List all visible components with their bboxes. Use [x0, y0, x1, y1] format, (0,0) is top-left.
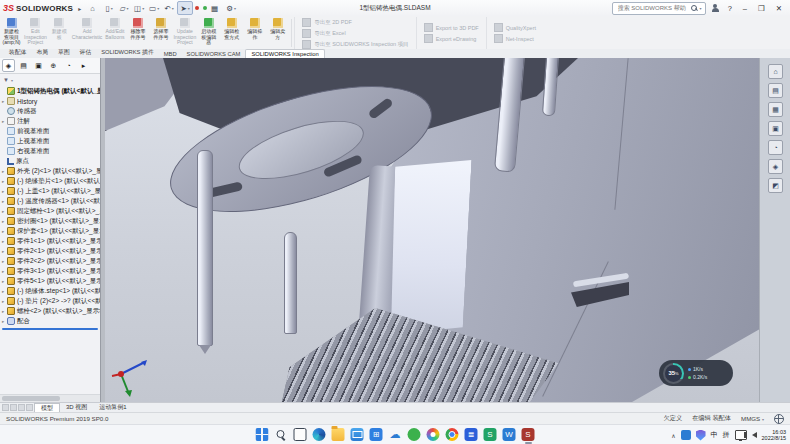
ribbon-export-item[interactable]: Export eDrawing	[424, 34, 479, 43]
tree-item[interactable]: ▸ 零件1<1> (默认<<默认>_显示状态	[0, 236, 100, 246]
task-view-icon[interactable]	[294, 428, 307, 441]
tree-item[interactable]: ▸ History	[0, 96, 100, 106]
command-tab[interactable]: 布局	[31, 47, 53, 58]
ime-language-indicator[interactable]: 中	[711, 430, 718, 440]
ribbon-export-item[interactable]: 导出至 2D PDF	[302, 18, 408, 27]
tree-item[interactable]: ▸ 零件5<1> (默认<<默认>_显示状	[0, 276, 100, 286]
tree-item[interactable]: ▸ (-) 绝缘体.step<1> (默认<<默认>	[0, 286, 100, 296]
command-tab[interactable]: 评估	[75, 47, 97, 58]
tree-item[interactable]: ▸ 配合	[0, 316, 100, 326]
units-selector[interactable]: MMGS ▾	[741, 415, 764, 422]
tree-item[interactable]: ▸ (-) 上盖<1> (默认<<默认>_显示状	[0, 186, 100, 196]
edge-icon[interactable]	[313, 428, 326, 441]
browser-360-icon[interactable]	[427, 428, 440, 441]
new-file-icon[interactable]: ▯ ▾	[102, 2, 116, 14]
search-box[interactable]: ▾	[612, 2, 706, 15]
tab-scroll-button[interactable]	[2, 404, 9, 411]
tree-item[interactable]: ▸ 注解	[0, 116, 100, 126]
document-tab[interactable]: 3D 视图	[60, 403, 93, 413]
ribbon-button[interactable]: 编辑检 查方式	[220, 17, 243, 49]
tree-item[interactable]: ▸ (-) 绝缘垫片<1> (默认<<默认>_显	[0, 176, 100, 186]
tree-item[interactable]: ▸ (-) 垫片 (2)<2> ->? (默认<<默认>	[0, 296, 100, 306]
minimize-button[interactable]: –	[740, 4, 750, 13]
command-tab[interactable]: SOLIDWORKS Inspection	[245, 49, 324, 58]
tab-scroll-button[interactable]	[18, 404, 25, 411]
tab-scroll-button[interactable]	[26, 404, 33, 411]
ribbon-export-item[interactable]: Export to 3D PDF	[424, 23, 479, 32]
command-tab[interactable]: SOLIDWORKS 插件	[96, 47, 159, 58]
ribbon-button[interactable]: Edit Inspection Project	[23, 17, 48, 49]
document-tab[interactable]: 模型	[34, 403, 60, 413]
file-explorer-icon[interactable]	[332, 428, 345, 441]
green-app-icon[interactable]	[408, 428, 421, 441]
clock[interactable]: 16:03 2022/8/15	[762, 429, 786, 441]
select-cursor-icon[interactable]: ➤ ▾	[177, 1, 193, 15]
view-palette-icon[interactable]: ▣	[768, 121, 783, 136]
display-grid-icon[interactable]: ▦ ▾	[209, 2, 223, 14]
filter-caret-icon[interactable]: ▾	[11, 78, 13, 83]
ribbon-button[interactable]: Add/Edit Balloons	[103, 17, 126, 49]
speaker-icon[interactable]	[752, 432, 757, 438]
help-button[interactable]: ?	[725, 4, 735, 13]
tab-overflow-icon[interactable]: ▸	[77, 59, 90, 72]
home-icon[interactable]: ⌂	[768, 64, 783, 79]
propertymanager-tab-icon[interactable]: ▤	[17, 59, 30, 72]
tree-item[interactable]: ▸ 零件2<1> (默认<<默认>_显示状	[0, 246, 100, 256]
ribbon-button[interactable]: 编辑卖 方	[266, 17, 289, 49]
chrome-icon[interactable]	[446, 428, 459, 441]
ribbon-button[interactable]: 编辑操 作	[243, 17, 266, 49]
solidworks-taskbar-icon[interactable]: S	[522, 428, 535, 441]
mail-icon[interactable]	[351, 428, 364, 441]
tree-item[interactable]: ▸ 保护套<1> (默认<<默认>_显示状	[0, 226, 100, 236]
ribbon-button[interactable]: 移除零 件序号	[126, 17, 149, 49]
tree-root-item[interactable]: 1型铝铸热电偶 (默认<默认_显示状态-1	[0, 86, 100, 96]
close-button[interactable]: ✕	[773, 4, 785, 13]
ribbon-export-item[interactable]: 导出至 Excel	[302, 29, 408, 38]
ribbon-button[interactable]: 新建模 板	[48, 17, 71, 49]
tab-scroll-button[interactable]	[10, 404, 17, 411]
ribbon-button[interactable]: 新建检 查项目 (amp;N)	[0, 17, 23, 49]
command-tab[interactable]: 草图	[53, 47, 75, 58]
ribbon-button[interactable]: 启动模 板编辑 器	[197, 17, 220, 49]
tree-item[interactable]: ▸ 右视基准面	[0, 146, 100, 156]
restore-button[interactable]: ❐	[755, 4, 768, 13]
forum-icon[interactable]: ◩	[768, 178, 783, 193]
security-shield-icon[interactable]	[696, 430, 706, 441]
tray-chevron-icon[interactable]: ∧	[671, 432, 675, 439]
tray-app-icon[interactable]	[681, 430, 691, 440]
command-tab[interactable]: MBD	[159, 50, 182, 58]
featuremanager-tab-icon[interactable]: ◈	[2, 59, 15, 72]
command-tab[interactable]: SOLIDWORKS CAM	[182, 50, 246, 58]
tree-item[interactable]: ▸ 上视基准面	[0, 136, 100, 146]
scrollbar-thumb[interactable]	[2, 396, 60, 401]
options-gear-icon[interactable]: ⚙ ▾	[224, 2, 238, 14]
rollback-bar[interactable]	[2, 328, 98, 330]
tree-item[interactable]: ▸ 零件3<1> (默认<<默认>_显示状	[0, 266, 100, 276]
document-tab[interactable]: 运动算例1	[93, 403, 132, 413]
filter-funnel-icon[interactable]: ▼	[3, 77, 9, 83]
undo-icon[interactable]: ↶ ▾	[162, 2, 176, 14]
green-s-app-icon[interactable]: S	[484, 428, 497, 441]
onedrive-icon[interactable]: ☁	[389, 428, 402, 441]
wps-w-app-icon[interactable]: W	[503, 428, 516, 441]
open-file-icon[interactable]: ▱ ▾	[117, 2, 131, 14]
ribbon-export-item[interactable]: 导出至 SOLIDWORKS Inspection 项目	[302, 40, 408, 49]
globe-icon[interactable]	[774, 414, 784, 424]
ribbon-button[interactable]: Update Inspection Project	[172, 17, 197, 49]
tree-item[interactable]: ▸ 传感器	[0, 106, 100, 116]
store-icon[interactable]: ⊞	[370, 428, 383, 441]
print-icon[interactable]: ▭ ▾	[147, 2, 161, 14]
search-caret-icon[interactable]: ▾	[700, 6, 702, 11]
performance-overlay-badge[interactable]: 35% 1K/s 0.2K/s	[659, 360, 733, 386]
tree-item[interactable]: ▸ 固定螺栓<1> (默认<<默认>_显示	[0, 206, 100, 216]
tree-item[interactable]: ▸ 前视基准面	[0, 126, 100, 136]
tree-item[interactable]: ▸ (-) 温度传感器<1> (默认<<默认>_	[0, 196, 100, 206]
file-explorer-icon[interactable]: ▦	[768, 102, 783, 117]
ribbon-button[interactable]: Add Characteristic	[71, 17, 104, 49]
custom-properties-icon[interactable]: ◈	[768, 159, 783, 174]
tree-item[interactable]: ▸ 外壳 (2)<1> (默认<<默认>_显示状	[0, 166, 100, 176]
search-input[interactable]	[616, 4, 689, 12]
tree-filter-row[interactable]: ▼ ▾	[0, 74, 100, 86]
save-icon[interactable]: ◫ ▾	[132, 2, 146, 14]
blue-notes-app-icon[interactable]: ≣	[465, 428, 478, 441]
